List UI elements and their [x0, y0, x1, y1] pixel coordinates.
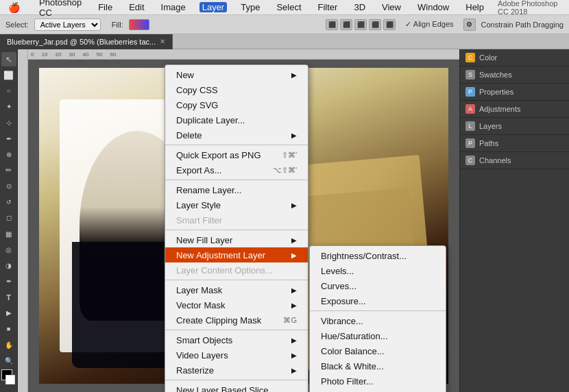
marquee-tool[interactable]: ⬜	[1, 68, 16, 82]
submenu-vibrance[interactable]: Vibrance...	[310, 313, 446, 328]
swatches-panel-icon: S	[465, 70, 475, 79]
panel-swatches: S Swatches	[460, 66, 569, 84]
clone-tool[interactable]: ⊙	[1, 179, 16, 193]
menu-item-vector-mask[interactable]: Vector Mask▶	[165, 297, 308, 313]
paths-panel-label: Paths	[479, 139, 498, 147]
submenu-color-balance[interactable]: Color Balance...	[310, 343, 446, 358]
eraser-tool[interactable]: ◻	[1, 210, 16, 225]
layer-menu[interactable]: Layer	[199, 2, 228, 12]
move-tool[interactable]: ↖	[1, 52, 16, 66]
separator-4	[165, 280, 308, 280]
menu-item-smart-filter[interactable]: Smart Filter	[165, 212, 308, 228]
shape-tool[interactable]: ■	[1, 321, 16, 336]
healing-tool[interactable]: ⊕	[1, 147, 16, 162]
crop-tool[interactable]: ⊹	[1, 116, 16, 130]
select-menu[interactable]: Select	[274, 2, 304, 12]
submenu-curves[interactable]: Curves...	[310, 278, 446, 293]
menu-item-video-layers[interactable]: Video Layers▶	[165, 347, 308, 363]
menu-item-layer-style[interactable]: Layer Style▶	[165, 197, 308, 212]
menu-item-smart-objects[interactable]: Smart Objects▶	[165, 332, 308, 347]
submenu-photo-filter[interactable]: Photo Filter...	[310, 373, 446, 389]
submenu-bw[interactable]: Black & White...	[310, 358, 446, 373]
settings-icon[interactable]: ⚙	[463, 19, 476, 31]
panel-paths: P Paths	[460, 135, 569, 152]
quick-select-tool[interactable]: ✦	[1, 99, 16, 114]
menu-item-new[interactable]: New▶	[165, 67, 308, 82]
active-layers-select[interactable]: Active Layers	[34, 19, 101, 31]
align-icon-3[interactable]: ⬛	[354, 19, 367, 30]
align-icon-2[interactable]: ⬛	[340, 19, 352, 30]
menu-item-new-fill[interactable]: New Fill Layer▶	[165, 232, 308, 247]
pen-tool[interactable]: ✒	[1, 274, 16, 289]
submenu-levels[interactable]: Levels...	[310, 263, 446, 278]
type-menu[interactable]: Type	[238, 2, 263, 12]
edit-menu[interactable]: Edit	[126, 2, 147, 12]
menu-item-new-slice[interactable]: New Layer Based Slice	[165, 382, 308, 392]
app-title: Adobe Photoshop CC 2018	[498, 0, 564, 16]
submenu-channel-mixer[interactable]: Channel Mixer...	[310, 389, 446, 392]
menu-item-clipping-mask[interactable]: Create Clipping Mask⌘G	[165, 313, 308, 328]
menu-item-layer-mask[interactable]: Layer Mask▶	[165, 282, 308, 297]
separator-3	[165, 230, 308, 230]
image-menu[interactable]: Image	[158, 2, 189, 12]
brush-tool[interactable]: ✏	[1, 163, 16, 177]
left-toolbar: ↖ ⬜ ○ ✦ ⊹ ✒ ⊕ ✏ ⊙ ↺ ◻ ▦ ◎ ◑ ✒ T ▶ ■ ✋ 🔍	[0, 49, 18, 392]
canvas-area: 0 10 20 30 40 50 60 New▶ Copy CSS Copy S…	[18, 49, 459, 392]
separator-5	[165, 330, 308, 330]
path-select-tool[interactable]: ▶	[1, 306, 16, 320]
align-icon-4[interactable]: ⬛	[369, 19, 381, 30]
adjustments-panel-header[interactable]: A Adjustments	[460, 101, 569, 117]
menu-item-quick-export[interactable]: Quick Export as PNG⇧⌘'	[165, 147, 308, 162]
3d-menu[interactable]: 3D	[351, 2, 368, 12]
text-tool[interactable]: T	[1, 290, 16, 304]
color-panel-header[interactable]: C Color	[460, 49, 569, 66]
menu-item-duplicate[interactable]: Duplicate Layer...	[165, 112, 308, 127]
swatches-panel-header[interactable]: S Swatches	[460, 66, 569, 83]
help-menu[interactable]: Help	[463, 2, 487, 12]
right-panel: C Color S Swatches P Properties A Adjust…	[459, 49, 569, 392]
panel-layers: L Layers	[460, 118, 569, 135]
submenu-brightness[interactable]: Brightness/Contrast...	[310, 248, 446, 263]
blur-tool[interactable]: ◎	[1, 243, 16, 257]
gradient-tool[interactable]: ▦	[1, 227, 16, 241]
align-icon-1[interactable]: ⬛	[326, 19, 338, 30]
adjustments-panel-label: Adjustments	[479, 105, 521, 113]
menu-item-new-adjustment[interactable]: New Adjustment Layer▶ Brightness/Contras…	[165, 247, 308, 262]
document-tab[interactable]: Blueberry_Jar.psd @ 50% (Blueberries tac…	[0, 34, 173, 49]
view-menu[interactable]: View	[379, 2, 404, 12]
file-menu[interactable]: File	[95, 2, 115, 12]
channels-panel-header[interactable]: C Channels	[460, 152, 569, 169]
constrain-label: Constrain Path Dragging	[481, 21, 564, 29]
submenu-exposure[interactable]: Exposure...	[310, 293, 446, 308]
filter-menu[interactable]: Filter	[315, 2, 341, 12]
fill-swatch[interactable]	[129, 19, 149, 30]
properties-panel-header[interactable]: P Properties	[460, 84, 569, 100]
select-label: Select:	[5, 21, 29, 29]
align-icon-5[interactable]: ⬛	[383, 19, 396, 30]
menu-item-copy-svg[interactable]: Copy SVG	[165, 97, 308, 112]
layers-panel-label: Layers	[479, 122, 502, 130]
separator-2	[165, 180, 308, 180]
menu-item-export-as[interactable]: Export As...⌥⇧⌘'	[165, 162, 308, 177]
menu-item-delete[interactable]: Delete▶	[165, 127, 308, 143]
apple-menu[interactable]: 🍎	[5, 2, 23, 13]
hand-tool[interactable]: ✋	[1, 338, 16, 352]
menu-item-rename[interactable]: Rename Layer...	[165, 182, 308, 197]
menu-item-copy-css[interactable]: Copy CSS	[165, 82, 308, 97]
layers-panel-header[interactable]: L Layers	[460, 118, 569, 134]
paths-panel-header[interactable]: P Paths	[460, 135, 569, 151]
menu-item-rasterize[interactable]: Rasterize▶	[165, 363, 308, 378]
zoom-tool[interactable]: 🔍	[1, 354, 16, 368]
submenu-hue-saturation[interactable]: Hue/Saturation...	[310, 328, 446, 343]
photoshop-menu[interactable]: Photoshop CC	[36, 0, 84, 18]
dodge-tool[interactable]: ◑	[1, 258, 16, 273]
align-options: ⬛ ⬛ ⬛ ⬛ ⬛	[326, 19, 396, 30]
lasso-tool[interactable]: ○	[1, 84, 16, 98]
window-menu[interactable]: Window	[415, 2, 452, 12]
menu-item-layer-content[interactable]: Layer Content Options...	[165, 262, 308, 278]
tab-close-icon[interactable]: ✕	[160, 38, 165, 45]
history-tool[interactable]: ↺	[1, 195, 16, 209]
align-edges-label: ✓ Align Edges	[405, 20, 453, 29]
eyedropper-tool[interactable]: ✒	[1, 132, 16, 146]
background-color[interactable]	[5, 375, 15, 384]
